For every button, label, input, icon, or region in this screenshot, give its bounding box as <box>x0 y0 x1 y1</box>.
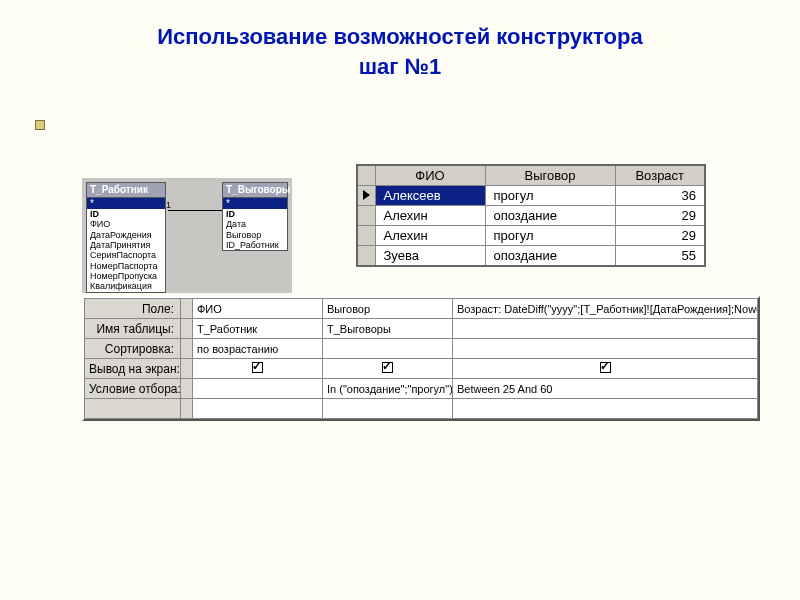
corner-cell[interactable] <box>357 165 375 186</box>
col-selector[interactable] <box>181 319 193 339</box>
table-title: Т_Работник <box>87 183 165 198</box>
slide-title-line2: шаг №1 <box>359 54 442 79</box>
row-label-table: Имя таблицы: <box>85 319 181 339</box>
row-selector-icon[interactable] <box>357 206 375 226</box>
cell-age[interactable]: 55 <box>615 246 705 267</box>
col-selector[interactable] <box>181 379 193 399</box>
cell-fio[interactable]: Зуева <box>375 246 485 267</box>
design-cell-show[interactable] <box>193 359 323 379</box>
design-cell-or[interactable] <box>453 399 758 419</box>
design-cell-table[interactable]: Т_Работник <box>193 319 323 339</box>
field-star[interactable]: * <box>223 198 287 210</box>
field-item[interactable]: НомерПропуска <box>87 271 165 281</box>
cell-age[interactable]: 29 <box>615 206 705 226</box>
col-header[interactable]: Выговор <box>485 165 615 186</box>
row-label-field: Поле: <box>85 299 181 319</box>
design-cell-criteria[interactable] <box>193 379 323 399</box>
row-label-show: Вывод на экран: <box>85 359 181 379</box>
field-item[interactable]: ID <box>223 209 287 219</box>
design-cell-field[interactable]: ФИО <box>193 299 323 319</box>
row-selector-icon[interactable] <box>357 186 375 206</box>
design-cell-table[interactable] <box>453 319 758 339</box>
design-cell-or[interactable] <box>193 399 323 419</box>
field-item[interactable]: ID <box>87 209 165 219</box>
field-item[interactable]: Дата <box>223 219 287 229</box>
cell-vyg[interactable]: опоздание <box>485 246 615 267</box>
design-cell-sort[interactable] <box>323 339 453 359</box>
cell-vyg[interactable]: прогул <box>485 186 615 206</box>
checkbox-icon[interactable] <box>382 362 393 373</box>
row-selector-icon[interactable] <box>357 246 375 267</box>
design-cell-show[interactable] <box>453 359 758 379</box>
row-label-sort: Сортировка: <box>85 339 181 359</box>
relationship-pane[interactable]: Т_Работник * ID ФИО ДатаРождения ДатаПри… <box>82 178 292 293</box>
field-item[interactable]: ФИО <box>87 219 165 229</box>
field-item[interactable]: ДатаПринятия <box>87 240 165 250</box>
cell-age[interactable]: 36 <box>615 186 705 206</box>
header-row: ФИО Выговор Возраст <box>357 165 705 186</box>
col-header[interactable]: ФИО <box>375 165 485 186</box>
table-row[interactable]: Алехин прогул 29 <box>357 226 705 246</box>
field-item[interactable]: Выговор <box>223 230 287 240</box>
design-cell-or[interactable] <box>323 399 453 419</box>
slide-title: Использование возможностей конструктора … <box>0 0 800 81</box>
design-cell-criteria[interactable]: Between 25 And 60 <box>453 379 758 399</box>
bullet-marker-icon <box>35 120 45 130</box>
field-star[interactable]: * <box>87 198 165 210</box>
table-box-t-vygovory[interactable]: Т_Выговоры * ID Дата Выговор ID_Работник <box>222 182 288 251</box>
table-row[interactable]: Зуева опоздание 55 <box>357 246 705 267</box>
result-datasheet[interactable]: ФИО Выговор Возраст Алексеев прогул 36 А… <box>356 164 706 267</box>
cell-age[interactable]: 29 <box>615 226 705 246</box>
cell-fio[interactable]: Алехин <box>375 226 485 246</box>
col-selector[interactable] <box>181 399 193 419</box>
col-header[interactable]: Возраст <box>615 165 705 186</box>
field-item[interactable]: СерияПаспорта <box>87 250 165 260</box>
design-cell-sort[interactable] <box>453 339 758 359</box>
col-selector[interactable] <box>181 359 193 379</box>
relationship-line-icon[interactable] <box>168 210 222 211</box>
design-cell-criteria[interactable]: In ("опоздание";"прогул") <box>323 379 453 399</box>
checkbox-icon[interactable] <box>600 362 611 373</box>
design-cell-table[interactable]: Т_Выговоры <box>323 319 453 339</box>
row-selector-icon[interactable] <box>357 226 375 246</box>
field-item[interactable]: ID_Работник <box>223 240 287 250</box>
table-row[interactable]: Алехин опоздание 29 <box>357 206 705 226</box>
field-item[interactable]: Квалификация <box>87 281 165 291</box>
cell-fio[interactable]: Алехин <box>375 206 485 226</box>
row-label-or <box>85 399 181 419</box>
row-label-criteria: Условие отбора: <box>85 379 181 399</box>
table-box-t-rabotnik[interactable]: Т_Работник * ID ФИО ДатаРождения ДатаПри… <box>86 182 166 293</box>
design-cell-field[interactable]: Возраст: DateDiff("yyyy";[Т_Работник]![Д… <box>453 299 758 319</box>
table-row[interactable]: Алексеев прогул 36 <box>357 186 705 206</box>
col-selector[interactable] <box>181 299 193 319</box>
checkbox-icon[interactable] <box>252 362 263 373</box>
cell-fio[interactable]: Алексеев <box>375 186 485 206</box>
table-title: Т_Выговоры <box>223 183 287 198</box>
design-cell-show[interactable] <box>323 359 453 379</box>
query-design-grid[interactable]: Поле: ФИО Выговор Возраст: DateDiff("yyy… <box>82 296 760 421</box>
cell-vyg[interactable]: опоздание <box>485 206 615 226</box>
design-cell-field[interactable]: Выговор <box>323 299 453 319</box>
cell-vyg[interactable]: прогул <box>485 226 615 246</box>
slide-title-line1: Использование возможностей конструктора <box>157 24 642 49</box>
field-item[interactable]: ДатаРождения <box>87 230 165 240</box>
col-selector[interactable] <box>181 339 193 359</box>
design-cell-sort[interactable]: по возрастанию <box>193 339 323 359</box>
field-item[interactable]: НомерПаспорта <box>87 261 165 271</box>
